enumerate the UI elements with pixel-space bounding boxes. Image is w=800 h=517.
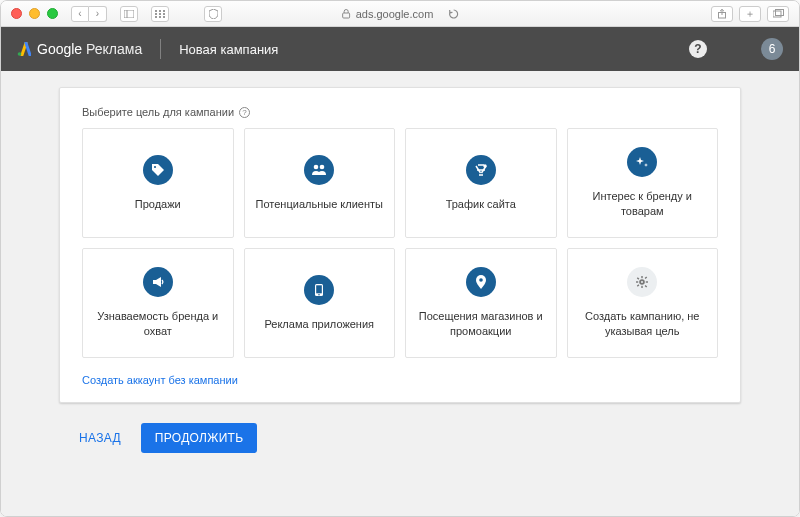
info-icon[interactable]: ? <box>239 107 250 118</box>
svg-point-16 <box>18 52 22 56</box>
goal-label: Посещения магазинов и промоакции <box>414 309 548 339</box>
svg-point-19 <box>320 164 325 169</box>
goal-tile-traffic[interactable]: Трафик сайта <box>405 128 557 238</box>
back-button[interactable]: ‹ <box>71 6 89 22</box>
svg-rect-29 <box>637 277 640 280</box>
svg-rect-5 <box>155 13 157 15</box>
goal-tile-awareness[interactable]: Узнаваемость бренда и охват <box>82 248 234 358</box>
svg-rect-7 <box>163 13 165 15</box>
address-bar[interactable]: ads.google.com <box>332 6 469 22</box>
wizard-footer: НАЗАД ПРОДОЛЖИТЬ <box>11 409 789 463</box>
goal-grid: Продажи Потенциальные клиенты Трафик сай… <box>82 128 718 358</box>
svg-rect-10 <box>163 16 165 18</box>
svg-point-18 <box>314 164 319 169</box>
brand-text: Google Реклама <box>37 41 142 57</box>
new-tab-button[interactable]: ＋ <box>739 6 761 22</box>
svg-rect-28 <box>646 281 648 282</box>
browser-titlebar: ‹ › ads.google.com ＋ <box>1 1 799 27</box>
svg-rect-22 <box>316 285 322 293</box>
leads-icon <box>304 155 334 185</box>
avatar-initial: 6 <box>769 42 776 56</box>
reader-reload-icon[interactable] <box>448 9 458 19</box>
svg-rect-4 <box>163 10 165 12</box>
svg-rect-9 <box>159 16 161 18</box>
goal-tile-brand-interest[interactable]: Интерес к бренду и товарам <box>567 128 719 238</box>
maximize-window-button[interactable] <box>47 8 58 19</box>
svg-point-23 <box>318 293 320 295</box>
svg-rect-6 <box>159 13 161 15</box>
svg-rect-3 <box>159 10 161 12</box>
goal-label: Узнаваемость бренда и охват <box>91 309 225 339</box>
goal-label: Создать кампанию, не указывая цель <box>576 309 710 339</box>
svg-rect-31 <box>645 277 648 280</box>
section-label: Выберите цель для кампании ? <box>82 106 718 118</box>
goal-tile-app-promo[interactable]: Реклама приложения <box>244 248 396 358</box>
google-ads-logo: Google Реклама <box>17 41 142 57</box>
goal-label: Продажи <box>135 197 181 212</box>
browser-window: ‹ › ads.google.com ＋ <box>0 0 800 517</box>
lock-icon <box>342 9 351 19</box>
goal-label: Трафик сайта <box>446 197 516 212</box>
nav-back-forward: ‹ › <box>71 6 107 22</box>
close-window-button[interactable] <box>11 8 22 19</box>
goal-tile-no-goal[interactable]: Создать кампанию, не указывая цель <box>567 248 719 358</box>
page-title: Новая кампания <box>179 42 278 57</box>
continue-button[interactable]: ПРОДОЛЖИТЬ <box>141 423 258 453</box>
no-campaign-link-row: Создать аккаунт без кампании <box>82 370 718 388</box>
svg-rect-2 <box>155 10 157 12</box>
window-controls <box>11 8 58 19</box>
page-body: Выберите цель для кампании ? Продажи Пот… <box>1 71 799 516</box>
gear-icon <box>627 267 657 297</box>
svg-rect-15 <box>775 10 783 16</box>
goal-tile-store-visits[interactable]: Посещения магазинов и промоакции <box>405 248 557 358</box>
svg-point-17 <box>154 165 156 167</box>
svg-rect-32 <box>637 284 640 287</box>
create-account-no-campaign-link[interactable]: Создать аккаунт без кампании <box>82 374 238 386</box>
svg-rect-26 <box>642 286 643 288</box>
goal-tile-sales[interactable]: Продажи <box>82 128 234 238</box>
tag-icon <box>143 155 173 185</box>
svg-rect-30 <box>645 285 648 288</box>
grid-apps-button[interactable] <box>151 6 169 22</box>
avatar[interactable]: 6 <box>761 38 783 60</box>
section-label-text: Выберите цель для кампании <box>82 106 234 118</box>
svg-rect-8 <box>155 16 157 18</box>
minimize-window-button[interactable] <box>29 8 40 19</box>
pin-icon <box>466 267 496 297</box>
svg-rect-27 <box>636 281 638 282</box>
app-header: Google Реклама Новая кампания ? ​​ 6 <box>1 27 799 71</box>
goal-label: Реклама приложения <box>264 317 374 332</box>
svg-rect-0 <box>124 10 134 18</box>
shield-privacy-button[interactable] <box>204 6 222 22</box>
phone-icon <box>304 275 334 305</box>
svg-rect-11 <box>343 13 350 18</box>
header-divider <box>160 39 161 59</box>
sparkle-icon <box>627 147 657 177</box>
sidebar-toggle-button[interactable] <box>120 6 138 22</box>
google-ads-icon <box>17 42 31 56</box>
goal-card: Выберите цель для кампании ? Продажи Пот… <box>59 87 741 403</box>
back-step-button[interactable]: НАЗАД <box>69 423 131 453</box>
traffic-icon <box>466 155 496 185</box>
help-icon[interactable]: ? <box>689 40 707 58</box>
url-text: ads.google.com <box>356 8 434 20</box>
svg-point-20 <box>484 165 486 167</box>
tabs-overview-button[interactable] <box>767 6 789 22</box>
goal-label: Потенциальные клиенты <box>256 197 383 212</box>
svg-point-24 <box>479 278 483 282</box>
forward-button[interactable]: › <box>89 6 107 22</box>
share-button[interactable] <box>711 6 733 22</box>
svg-rect-14 <box>773 11 781 17</box>
svg-rect-25 <box>642 276 643 278</box>
goal-label: Интерес к бренду и товарам <box>576 189 710 219</box>
megaphone-icon <box>143 267 173 297</box>
goal-tile-leads[interactable]: Потенциальные клиенты <box>244 128 396 238</box>
brand-primary: Google <box>37 41 82 57</box>
brand-secondary: Реклама <box>86 41 142 57</box>
